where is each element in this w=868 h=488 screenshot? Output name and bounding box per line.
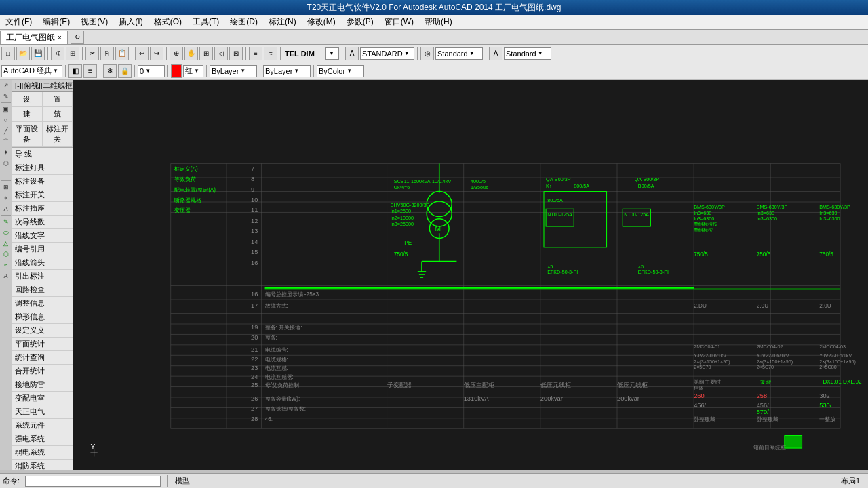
nav-leifang[interactable]: 接地防雷 [12, 378, 73, 392]
menu-modify[interactable]: 修改(M) [302, 15, 341, 29]
zoom-window-button[interactable]: ⊞ [199, 47, 213, 60]
redo-button[interactable]: ↪ [150, 47, 163, 60]
freeze-button[interactable]: ❄ [103, 64, 117, 78]
copy-button[interactable]: ⎘ [100, 47, 114, 60]
nav-sheding[interactable]: 设定义义 [12, 324, 73, 338]
coord-input[interactable]: 0 [138, 65, 165, 77]
nav-huilu[interactable]: 回路检查 [12, 283, 73, 297]
nav-chazuo[interactable]: 标注插座 [12, 202, 73, 216]
nav-kaiguan2[interactable]: 标注开关 [12, 188, 73, 202]
save-button[interactable]: 💾 [31, 47, 45, 60]
color-dropdown[interactable]: 红 [183, 65, 203, 77]
zoom-prev-button[interactable]: ◁ [214, 47, 228, 60]
left-item-kaiguan[interactable]: 标注开关 [43, 122, 73, 147]
menu-format[interactable]: 格式(O) [149, 15, 187, 29]
left-item-jian[interactable]: 建 [12, 107, 43, 122]
zoom-extent-button[interactable]: ⊠ [229, 47, 243, 60]
lt-btn-11[interactable]: ⌖ [1, 192, 12, 203]
lt-btn-1[interactable]: ↗ [1, 80, 12, 91]
preview-button[interactable]: ⊞ [66, 47, 79, 60]
menu-window[interactable]: 窗口(W) [379, 15, 419, 29]
left-item-zhi[interactable]: 置 [43, 92, 73, 107]
command-input[interactable] [25, 476, 161, 487]
nav-cidaoxian[interactable]: 次导线数 [12, 216, 73, 229]
menu-draw[interactable]: 绘图(D) [224, 15, 263, 29]
title-text: T20天正电气软件V2.0 For Autodesk AutoCAD 2014 … [307, 2, 561, 14]
linetype-dropdown[interactable]: ByLayer [210, 65, 257, 77]
menu-file[interactable]: 文件(F) [0, 15, 37, 29]
lt-btn-9[interactable]: ⋯ [1, 169, 12, 180]
tab-close-button[interactable]: × [58, 34, 62, 41]
cad-canvas[interactable]: 7 8 9 10 11 12 13 14 15 16 框定义(A) 等效负荷 配… [73, 80, 868, 470]
color-swatch[interactable] [171, 64, 182, 78]
lt-btn-17[interactable]: ≈ [1, 260, 12, 270]
standard-dropdown[interactable]: STANDARD [360, 47, 414, 60]
open-file-button[interactable]: 📂 [16, 47, 30, 60]
nav-qiangdian[interactable]: 强电系统 [12, 432, 73, 446]
menu-view[interactable]: 视图(V) [75, 15, 113, 29]
tab-drawing[interactable]: 工厂电气图纸 × [0, 30, 68, 44]
lineweight-dropdown[interactable]: ByLayer [263, 65, 311, 77]
nav-daoxian[interactable]: 导 线 [12, 148, 73, 161]
layer-prop-button[interactable]: ≡ [83, 64, 97, 78]
menu-annotate[interactable]: 标注(N) [263, 15, 302, 29]
nav-tongji[interactable]: 平面统计 [12, 338, 73, 351]
menu-params[interactable]: 参数(P) [341, 15, 379, 29]
nav-ruodian[interactable]: 弱电系统 [12, 446, 73, 460]
nav-shebei[interactable]: 标注设备 [12, 175, 73, 188]
nav-tianzheng[interactable]: 天正电气 [12, 405, 73, 419]
cut-button[interactable]: ✂ [85, 47, 99, 60]
nav-hetongji[interactable]: 合开统计 [12, 365, 73, 378]
new-tab-button[interactable]: ↻ [71, 30, 84, 44]
nav-tixing[interactable]: 梯形信息 [12, 310, 73, 324]
matchprop-button[interactable]: ≈ [264, 47, 277, 60]
svg-text:2×5C80: 2×5C80 [819, 364, 836, 370]
workspace-dropdown[interactable]: AutoCAD 经典 [1, 65, 62, 77]
nav-peidian[interactable]: 变配电室 [12, 392, 73, 405]
lt-btn-2[interactable]: ✎ [1, 91, 12, 102]
lt-btn-8[interactable]: ⬡ [1, 158, 12, 169]
lt-btn-12[interactable]: A [1, 203, 12, 214]
lt-btn-18[interactable]: A [1, 270, 12, 281]
left-item-pingmian[interactable]: 平面设备 [12, 122, 43, 147]
lt-btn-10[interactable]: ⊞ [1, 182, 12, 192]
lt-btn-7[interactable]: ✦ [1, 147, 12, 158]
lt-btn-4[interactable]: ○ [1, 115, 12, 125]
style-dropdown[interactable]: Standard [504, 47, 551, 60]
layer-manager-button[interactable]: ◧ [68, 64, 82, 78]
left-item-zhu[interactable]: 筑 [43, 107, 73, 122]
menu-help[interactable]: 帮助(H) [419, 15, 458, 29]
svg-text:4000/5: 4000/5 [471, 178, 486, 184]
nav-bianhao[interactable]: 编号引用 [12, 243, 73, 256]
nav-dengju[interactable]: 标注灯具 [12, 161, 73, 175]
lt-btn-5[interactable]: ╱ [1, 125, 12, 136]
nav-yinchu[interactable]: 引出标注 [12, 270, 73, 283]
lock-button[interactable]: 🔒 [118, 64, 132, 78]
nav-xitong[interactable]: 系统元件 [12, 419, 73, 432]
nav-tiaozheng[interactable]: 调整信息 [12, 297, 73, 310]
zoom-realtime-button[interactable]: ⊕ [170, 47, 183, 60]
nav-jiantou[interactable]: 沿线箭头 [12, 256, 73, 270]
pan-button[interactable]: ✋ [184, 47, 198, 60]
lt-btn-16[interactable]: ⬡ [1, 249, 12, 260]
print-button[interactable]: 🖨 [51, 47, 64, 60]
lt-btn-13[interactable]: ✎ [1, 216, 12, 227]
lt-btn-15[interactable]: △ [1, 238, 12, 249]
tel-dim-dropdown[interactable] [326, 47, 339, 60]
properties-button[interactable]: ≡ [249, 47, 262, 60]
nav-xiaofang[interactable]: 消防系统 [12, 460, 73, 470]
paste-button[interactable]: 📋 [115, 47, 129, 60]
menu-insert[interactable]: 插入(I) [113, 15, 148, 29]
nav-yanxian[interactable]: 沿线文字 [12, 229, 73, 243]
lt-btn-6[interactable]: ⌒ [1, 136, 12, 147]
menu-tools[interactable]: 工具(T) [187, 15, 224, 29]
undo-button[interactable]: ↩ [135, 47, 149, 60]
lt-btn-14[interactable]: ⬭ [1, 227, 12, 238]
nav-chaxun[interactable]: 统计查询 [12, 351, 73, 365]
lt-btn-3[interactable]: ▣ [1, 104, 12, 115]
plotstyle-dropdown[interactable]: ByColor [317, 65, 364, 77]
layer-dropdown-1[interactable]: Standard [435, 47, 483, 60]
menu-edit[interactable]: 编辑(E) [37, 15, 75, 29]
new-file-button[interactable]: □ [1, 47, 15, 60]
left-item-she[interactable]: 设 [12, 92, 43, 107]
